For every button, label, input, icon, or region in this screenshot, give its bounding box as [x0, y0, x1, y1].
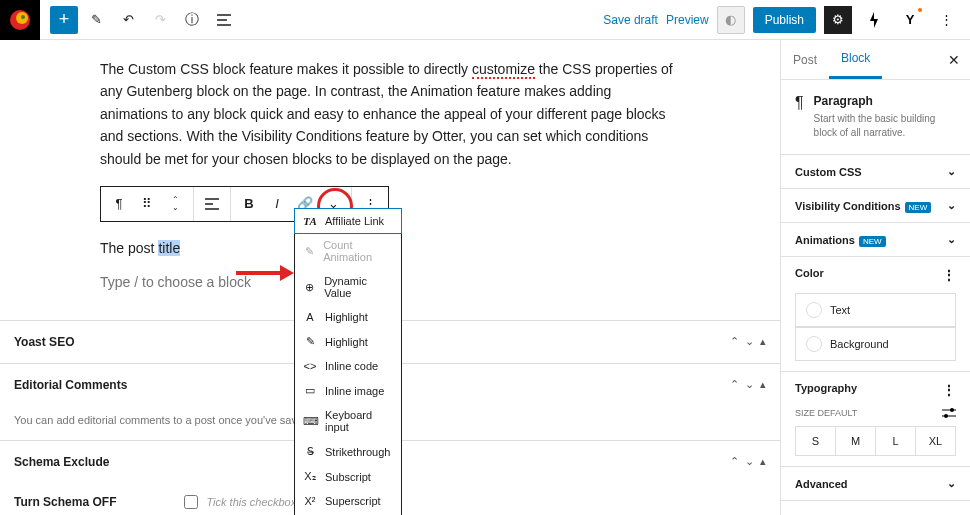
svg-point-4 — [944, 414, 948, 418]
settings-icon[interactable]: ⚙ — [824, 6, 852, 34]
block-name: Paragraph — [814, 94, 956, 108]
background-color-item[interactable]: Background — [795, 327, 956, 361]
size-xl[interactable]: XL — [915, 427, 955, 455]
dd-icon: X₂ — [303, 470, 317, 483]
custom-css-panel[interactable]: Custom CSS⌄ — [781, 155, 970, 189]
dd-icon: <> — [303, 360, 317, 372]
animations-panel[interactable]: AnimationsNEW⌄ — [781, 223, 970, 257]
align-icon[interactable] — [200, 192, 224, 216]
size-s[interactable]: S — [796, 427, 835, 455]
section-controls[interactable]: ⌃⌄▴ — [730, 335, 766, 348]
dd-icon: ▭ — [303, 384, 317, 397]
dropdown-item-inline-code[interactable]: <>Inline code — [295, 354, 401, 378]
block-description: Start with the basic building block of a… — [814, 112, 956, 140]
dd-icon: ⌨ — [303, 415, 317, 428]
dropdown-item-keyboard-input[interactable]: ⌨Keyboard input — [295, 403, 401, 439]
typography-heading: Typography — [795, 382, 857, 398]
undo-icon[interactable]: ↶ — [114, 6, 142, 34]
editorial-section[interactable]: Editorial Comments — [14, 378, 127, 392]
close-sidebar-icon[interactable]: ✕ — [938, 52, 970, 68]
dropdown-item-subscript[interactable]: X₂Subscript — [295, 464, 401, 489]
save-draft-link[interactable]: Save draft — [603, 13, 658, 27]
more-icon[interactable]: ⋮ — [932, 6, 960, 34]
dropdown-item-count-animation: ✎Count Animation — [295, 233, 401, 269]
dropdown-item-strikethrough[interactable]: S̶Strikethrough — [295, 439, 401, 464]
dd-icon: ✎ — [303, 245, 315, 258]
schema-section[interactable]: Schema Exclude — [14, 455, 109, 469]
dropdown-item-affiliate-link[interactable]: TAAffiliate Link — [294, 208, 402, 234]
dropdown-item-highlight[interactable]: AHighlight — [295, 305, 401, 329]
italic-icon[interactable]: I — [265, 192, 289, 216]
dd-icon: X² — [303, 495, 317, 507]
section-controls[interactable]: ⌃⌄▴ — [730, 378, 766, 391]
paragraph-block[interactable]: The Custom CSS block feature makes it po… — [100, 58, 680, 170]
section-controls[interactable]: ⌃⌄▴ — [730, 455, 766, 468]
outline-icon[interactable] — [210, 6, 238, 34]
size-settings-icon[interactable] — [942, 408, 956, 418]
dd-icon: ✎ — [303, 335, 317, 348]
dd-icon: A — [303, 311, 317, 323]
edit-mode-icon[interactable]: ✎ — [82, 6, 110, 34]
publish-button[interactable]: Publish — [753, 7, 816, 33]
dd-icon: ⊕ — [303, 281, 316, 294]
dropdown-item-superscript[interactable]: X²Superscript — [295, 489, 401, 513]
size-m[interactable]: M — [835, 427, 875, 455]
tab-block[interactable]: Block — [829, 40, 882, 79]
dd-icon: TA — [303, 215, 317, 227]
paragraph-icon: ¶ — [795, 94, 804, 140]
typography-options-icon[interactable]: ⋮ — [942, 382, 956, 398]
svg-point-2 — [21, 15, 25, 19]
dd-icon: S̶ — [303, 445, 317, 458]
tab-post[interactable]: Post — [781, 40, 829, 79]
dropdown-item-inline-image[interactable]: ▭Inline image — [295, 378, 401, 403]
drag-handle-icon[interactable]: ⠿ — [135, 192, 159, 216]
color-heading: Color — [795, 267, 824, 283]
schema-off-checkbox[interactable] — [184, 495, 198, 509]
info-icon[interactable]: ⓘ — [178, 6, 206, 34]
move-icon[interactable]: ⌃⌄ — [163, 192, 187, 216]
preview-link[interactable]: Preview — [666, 13, 709, 27]
selected-text: title — [158, 240, 180, 256]
jetpack-icon[interactable] — [860, 6, 888, 34]
size-l[interactable]: L — [875, 427, 915, 455]
yoast-section[interactable]: Yoast SEO — [14, 335, 74, 349]
redo-icon[interactable]: ↷ — [146, 6, 174, 34]
view-button[interactable]: ◐ — [717, 6, 745, 34]
site-logo[interactable] — [0, 0, 40, 40]
add-block-button[interactable]: + — [50, 6, 78, 34]
svg-point-3 — [950, 408, 954, 412]
paragraph-type-icon[interactable]: ¶ — [107, 192, 131, 216]
yoast-icon[interactable]: Y — [896, 6, 924, 34]
schema-off-label: Turn Schema OFF — [14, 495, 116, 509]
visibility-panel[interactable]: Visibility ConditionsNEW⌄ — [781, 189, 970, 223]
bold-icon[interactable]: B — [237, 192, 261, 216]
dropdown-item-highlight[interactable]: ✎Highlight — [295, 329, 401, 354]
format-dropdown: TAAffiliate Link✎Count Animation⊕Dynamic… — [294, 208, 402, 515]
color-options-icon[interactable]: ⋮ — [942, 267, 956, 283]
size-options: S M L XL — [795, 426, 956, 456]
advanced-panel[interactable]: Advanced⌄ — [781, 467, 970, 501]
text-color-item[interactable]: Text — [795, 293, 956, 327]
dropdown-item-dynamic-value[interactable]: ⊕Dynamic Value — [295, 269, 401, 305]
